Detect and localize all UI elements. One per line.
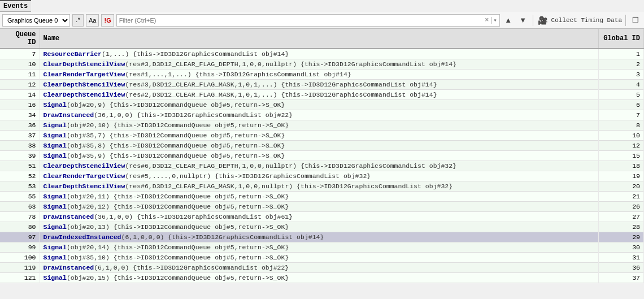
function-name: ClearRenderTargetView	[43, 71, 125, 78]
cell-global-id: 37	[599, 273, 644, 283]
table-row[interactable]: 63Signal(obj#20,12) {this->ID3D12Command…	[0, 202, 644, 212]
function-name: Signal	[43, 101, 67, 109]
function-name: Signal	[43, 142, 67, 149]
function-name: Signal	[43, 223, 67, 231]
table-row[interactable]: 55Signal(obj#20,11) {this->ID3D12Command…	[0, 192, 644, 202]
filter-input-wrap: × ▾	[116, 14, 500, 27]
table-row[interactable]: 80Signal(obj#20,13) {this->ID3D12Command…	[0, 222, 644, 232]
copy-icon: ❐	[632, 16, 639, 24]
cell-name: Signal(obj#20,13) {this->ID3D12CommandQu…	[40, 222, 599, 232]
table-row[interactable]: 119DrawInstanced(6,1,0,0) {this->ID3D12G…	[0, 263, 644, 273]
function-args: (obj#20,12) {this->ID3D12CommandQueue ob…	[67, 203, 289, 210]
title-label: Events	[3, 2, 28, 10]
table-row[interactable]: 78DrawInstanced(36,1,0,0) {this->ID3D12G…	[0, 212, 644, 222]
cell-queue-id: 119	[0, 263, 40, 273]
function-args: (6,1,0,0) {this->ID3D12GraphicsCommandLi…	[94, 264, 289, 271]
function-args: (obj#35,8) {this->ID3D12CommandQueue obj…	[67, 142, 285, 149]
table-row[interactable]: 121Signal(obj#20,15) {this->ID3D12Comman…	[0, 273, 644, 283]
cell-queue-id: 11	[0, 70, 40, 80]
cell-queue-id: 51	[0, 161, 40, 171]
table-row[interactable]: 10ClearDepthStencilView(res#3,D3D12_CLEA…	[0, 59, 644, 70]
function-name: ClearDepthStencilView	[43, 81, 125, 88]
cell-name: Signal(obj#35,10) {this->ID3D12CommandQu…	[40, 253, 599, 263]
cell-queue-id: 36	[0, 120, 40, 131]
function-args: (res#2,D3D12_CLEAR_FLAG_MASK,1,0,1,...) …	[125, 91, 437, 98]
function-args: (obj#35,7) {this->ID3D12CommandQueue obj…	[67, 132, 285, 139]
function-name: ResourceBarrier	[43, 50, 102, 58]
cell-queue-id: 55	[0, 192, 40, 202]
cell-name: ClearRenderTargetView(res#5,....,0,nullp…	[40, 171, 599, 181]
cell-global-id: 19	[599, 171, 644, 181]
table-row[interactable]: 36Signal(obj#20,10) {this->ID3D12Command…	[0, 120, 644, 131]
function-args: (obj#20,11) {this->ID3D12CommandQueue ob…	[67, 193, 289, 200]
function-name: Signal	[43, 254, 67, 261]
function-args: (res#3,D3D12_CLEAR_FLAG_DEPTH,1,0,0,null…	[125, 60, 456, 68]
function-args: (obj#20,10) {this->ID3D12CommandQueue ob…	[67, 122, 289, 129]
filter-mode-button[interactable]: !G	[101, 14, 114, 27]
function-name: ClearDepthStencilView	[43, 183, 125, 190]
cell-queue-id: 7	[0, 49, 40, 59]
regex-button[interactable]: .*	[72, 14, 84, 27]
table-row[interactable]: 99Signal(obj#20,14) {this->ID3D12Command…	[0, 242, 644, 253]
cell-queue-id: 38	[0, 141, 40, 151]
events-table: Queue ID Name Global ID 7ResourceBarrier…	[0, 29, 644, 283]
cell-queue-id: 34	[0, 110, 40, 120]
table-row[interactable]: 53ClearDepthStencilView(res#6,D3D12_CLEA…	[0, 181, 644, 192]
case-sensitive-button[interactable]: Aa	[86, 14, 99, 27]
cell-global-id: 1	[599, 49, 644, 59]
cell-global-id: 12	[599, 141, 644, 151]
filter-input[interactable]	[119, 17, 484, 24]
cell-global-id: 7	[599, 110, 644, 120]
cell-global-id: 5	[599, 90, 644, 100]
table-row[interactable]: 12ClearDepthStencilView(res#3,D3D12_CLEA…	[0, 80, 644, 90]
queue-select[interactable]: Graphics Queue 0 Graphics Queue 0	[2, 14, 70, 27]
function-name: ClearRenderTargetView	[43, 172, 125, 180]
copy-button[interactable]: ❐	[629, 14, 642, 27]
toolbar-separator-1	[533, 15, 533, 26]
table-header-row: Queue ID Name Global ID	[0, 29, 644, 49]
cell-name: Signal(obj#20,14) {this->ID3D12CommandQu…	[40, 242, 599, 253]
table-row[interactable]: 100Signal(obj#35,10) {this->ID3D12Comman…	[0, 253, 644, 263]
up-arrow-icon: ▲	[504, 16, 512, 24]
toolbar-separator-2	[625, 15, 626, 26]
cell-queue-id: 78	[0, 212, 40, 222]
cell-name: ClearDepthStencilView(res#3,D3D12_CLEAR_…	[40, 59, 599, 70]
function-name: Signal	[43, 132, 67, 139]
cell-global-id: 29	[599, 232, 644, 242]
function-name: ClearDepthStencilView	[43, 162, 125, 170]
filter-dropdown-icon[interactable]: ▾	[491, 17, 497, 24]
table-row[interactable]: 11ClearRenderTargetView(res#1,...,1,...)…	[0, 70, 644, 80]
function-name: Signal	[43, 152, 67, 159]
cell-name: Signal(obj#20,10) {this->ID3D12CommandQu…	[40, 120, 599, 131]
function-args: (res#1,...,1,...) {this->ID3D12GraphicsC…	[125, 71, 351, 78]
cell-name: ClearDepthStencilView(res#6,D3D12_CLEAR_…	[40, 181, 599, 192]
table-row[interactable]: 97DrawIndexedInstanced(6,1,0,0,0) {this-…	[0, 232, 644, 242]
function-args: (6,1,0,0,0) {this->ID3D12GraphicsCommand…	[121, 233, 324, 241]
cell-queue-id: 99	[0, 242, 40, 253]
table-row[interactable]: 39Signal(obj#35,9) {this->ID3D12CommandQ…	[0, 151, 644, 161]
collect-timing-label: Collect Timing Data	[551, 17, 622, 24]
table-row[interactable]: 34DrawInstanced(36,1,0,0) {this->ID3D12G…	[0, 110, 644, 120]
camera-button[interactable]: 🎥	[537, 14, 549, 27]
table-row[interactable]: 37Signal(obj#35,7) {this->ID3D12CommandQ…	[0, 131, 644, 141]
table-row[interactable]: 51ClearDepthStencilView(res#6,D3D12_CLEA…	[0, 161, 644, 171]
table-row[interactable]: 38Signal(obj#35,8) {this->ID3D12CommandQ…	[0, 141, 644, 151]
cell-global-id: 30	[599, 242, 644, 253]
table-row[interactable]: 7ResourceBarrier(1,...) {this->ID3D12Gra…	[0, 49, 644, 59]
navigate-down-button[interactable]: ▼	[517, 14, 529, 27]
function-args: (obj#20,15) {this->ID3D12CommandQueue ob…	[67, 274, 289, 281]
cell-global-id: 4	[599, 80, 644, 90]
table-row[interactable]: 14ClearDepthStencilView(res#2,D3D12_CLEA…	[0, 90, 644, 100]
table-row[interactable]: 52ClearRenderTargetView(res#5,....,0,nul…	[0, 171, 644, 181]
cell-global-id: 8	[599, 120, 644, 131]
filter-clear-icon[interactable]: ×	[484, 16, 490, 24]
table-container[interactable]: Queue ID Name Global ID 7ResourceBarrier…	[0, 29, 644, 295]
function-name: DrawInstanced	[43, 264, 94, 271]
navigate-up-button[interactable]: ▲	[502, 14, 515, 27]
function-name: DrawInstanced	[43, 111, 94, 119]
function-name: ClearDepthStencilView	[43, 60, 125, 68]
cell-name: ClearDepthStencilView(res#2,D3D12_CLEAR_…	[40, 90, 599, 100]
table-row[interactable]: 16Signal(obj#20,9) {this->ID3D12CommandQ…	[0, 100, 644, 110]
function-args: (res#6,D3D12_CLEAR_FLAG_MASK,1,0,0,nullp…	[125, 183, 452, 190]
cell-name: ClearRenderTargetView(res#1,...,1,...) {…	[40, 70, 599, 80]
